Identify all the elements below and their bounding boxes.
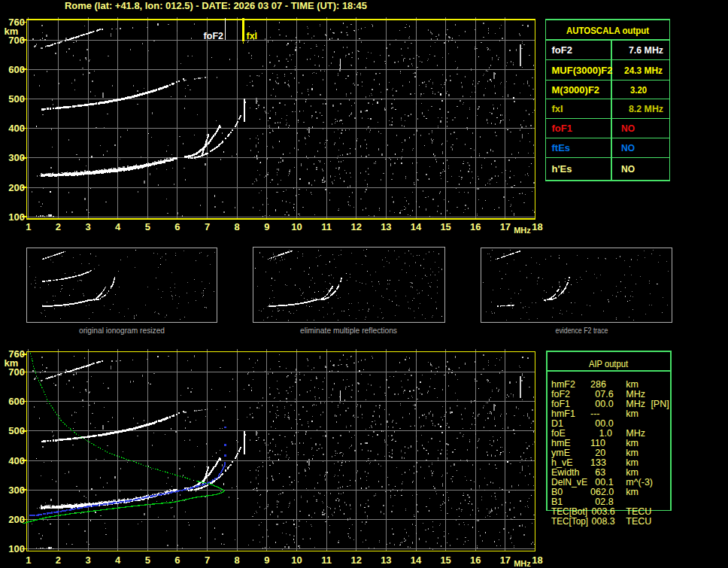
svg-text:km: km <box>626 467 639 478</box>
svg-text:8.2 MHz: 8.2 MHz <box>629 103 663 114</box>
svg-text:500: 500 <box>8 93 25 105</box>
svg-text:110: 110 <box>590 438 605 448</box>
svg-text:km: km <box>5 26 19 37</box>
svg-text:TEC[Bot]: TEC[Bot] <box>551 506 587 517</box>
svg-text:DelN_vE: DelN_vE <box>551 477 587 488</box>
svg-text:evidence F2 trace: evidence F2 trace <box>556 326 608 335</box>
svg-text:---: --- <box>590 409 600 419</box>
svg-text:400: 400 <box>8 455 25 466</box>
svg-text:1.0: 1.0 <box>599 428 612 439</box>
svg-text:100: 100 <box>8 543 25 554</box>
svg-text:07.6: 07.6 <box>595 389 613 399</box>
svg-text:100: 100 <box>8 211 25 223</box>
svg-text:Rome (lat: +41.8, lon: 012.5): Rome (lat: +41.8, lon: 012.5) - DATE: 20… <box>65 1 367 11</box>
svg-text:TEC[Top]: TEC[Top] <box>551 516 588 527</box>
svg-text:fxI: fxI <box>552 103 563 114</box>
svg-text:200: 200 <box>8 182 25 193</box>
svg-text:7: 7 <box>205 554 210 566</box>
svg-text:foF2: foF2 <box>551 389 570 399</box>
svg-text:D1: D1 <box>551 418 563 429</box>
svg-text:3: 3 <box>85 221 90 232</box>
svg-text:63: 63 <box>595 467 605 478</box>
svg-text:[PN]: [PN] <box>651 399 669 409</box>
svg-text:17: 17 <box>500 221 511 232</box>
svg-text:foF2: foF2 <box>552 44 572 56</box>
svg-text:14: 14 <box>411 221 422 232</box>
svg-text:600: 600 <box>8 396 25 407</box>
svg-text:hmF2: hmF2 <box>551 379 575 390</box>
svg-text:hmE: hmE <box>551 438 571 448</box>
svg-text:500: 500 <box>8 425 25 436</box>
svg-text:6: 6 <box>174 554 180 566</box>
svg-text:MHz: MHz <box>514 226 531 235</box>
svg-text:NO: NO <box>621 163 635 175</box>
svg-text:original ionogram resized: original ionogram resized <box>79 326 165 335</box>
svg-text:7: 7 <box>205 221 210 232</box>
svg-text:h'Es: h'Es <box>552 163 572 175</box>
svg-text:MUF(3000)F2: MUF(3000)F2 <box>552 65 613 76</box>
svg-text:300: 300 <box>8 152 25 163</box>
svg-text:8: 8 <box>235 554 240 566</box>
svg-text:12: 12 <box>350 554 361 566</box>
svg-text:km: km <box>626 457 639 468</box>
svg-text:7.6 MHz: 7.6 MHz <box>629 44 663 56</box>
svg-text:MHz: MHz <box>626 389 645 399</box>
svg-text:8: 8 <box>235 221 240 232</box>
svg-text:062.0: 062.0 <box>590 487 614 497</box>
svg-text:km: km <box>626 487 639 497</box>
svg-text:ftEs: ftEs <box>552 142 571 153</box>
svg-text:foF2: foF2 <box>204 31 223 41</box>
svg-text:2: 2 <box>56 554 61 566</box>
svg-text:11: 11 <box>321 221 332 232</box>
svg-text:10: 10 <box>291 554 302 566</box>
svg-text:km: km <box>626 379 639 390</box>
svg-text:003.6: 003.6 <box>592 506 615 517</box>
svg-text:300: 300 <box>8 484 25 496</box>
svg-text:17: 17 <box>500 554 511 566</box>
svg-text:15: 15 <box>440 221 450 232</box>
svg-text:16: 16 <box>470 554 481 566</box>
svg-text:286: 286 <box>590 379 606 390</box>
svg-text:1: 1 <box>26 554 31 566</box>
svg-text:MHz: MHz <box>626 399 645 409</box>
svg-text:MHz: MHz <box>626 428 645 439</box>
svg-text:18: 18 <box>532 554 542 566</box>
svg-text:TECU: TECU <box>626 506 651 517</box>
svg-text:9: 9 <box>264 554 269 566</box>
svg-text:foF1: foF1 <box>551 399 570 409</box>
svg-text:AUTOSCALA output: AUTOSCALA output <box>566 25 650 36</box>
svg-text:15: 15 <box>440 554 450 566</box>
svg-text:ymE: ymE <box>551 448 570 458</box>
svg-text:5: 5 <box>145 221 150 232</box>
svg-text:008.3: 008.3 <box>592 516 615 527</box>
svg-text:00.0: 00.0 <box>595 399 613 409</box>
svg-text:200: 200 <box>8 514 25 525</box>
svg-text:km: km <box>5 357 19 369</box>
svg-text:00.0: 00.0 <box>595 418 613 429</box>
svg-text:eliminate multiple reflections: eliminate multiple reflections <box>300 326 397 335</box>
svg-text:h_vE: h_vE <box>551 457 573 468</box>
svg-text:13: 13 <box>381 221 391 232</box>
svg-text:6: 6 <box>174 221 180 232</box>
svg-text:133: 133 <box>590 457 606 468</box>
svg-text:18: 18 <box>532 221 542 232</box>
svg-text:00.1: 00.1 <box>595 477 613 488</box>
svg-text:km: km <box>626 409 639 419</box>
svg-text:fxI: fxI <box>247 31 258 41</box>
svg-text:hmF1: hmF1 <box>551 409 575 419</box>
svg-text:11: 11 <box>321 554 332 566</box>
svg-text:600: 600 <box>8 64 25 75</box>
svg-text:20: 20 <box>595 448 605 458</box>
svg-text:24.3 MHz: 24.3 MHz <box>624 65 663 76</box>
svg-text:m^(-3): m^(-3) <box>626 477 653 488</box>
svg-text:02.8: 02.8 <box>595 497 613 507</box>
svg-text:16: 16 <box>470 221 481 232</box>
svg-text:AIP output: AIP output <box>589 359 628 369</box>
svg-text:Ewidth: Ewidth <box>551 467 580 478</box>
svg-text:foF1: foF1 <box>552 123 572 134</box>
svg-text:TECU: TECU <box>626 516 651 527</box>
svg-text:13: 13 <box>381 554 391 566</box>
svg-text:4: 4 <box>115 554 121 566</box>
svg-text:B1: B1 <box>551 497 563 507</box>
svg-text:M(3000)F2: M(3000)F2 <box>552 84 600 96</box>
